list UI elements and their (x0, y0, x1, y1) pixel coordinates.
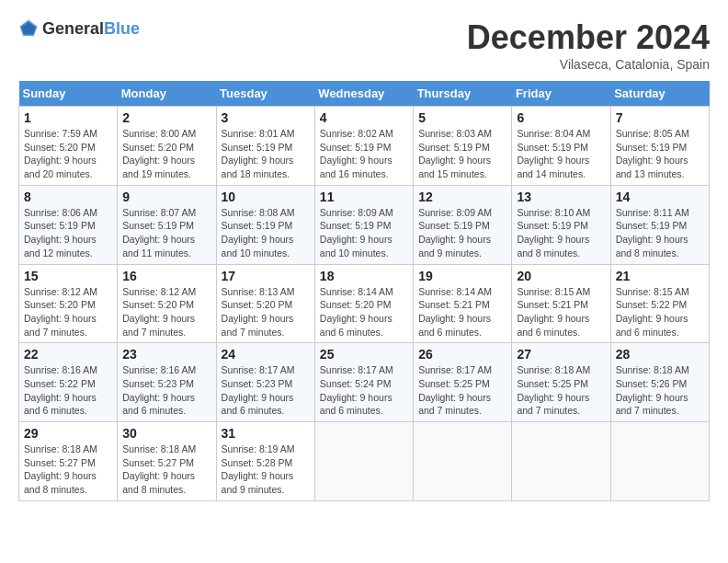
day-cell: 5 Sunrise: 8:03 AM Sunset: 5:19 PM Dayli… (414, 107, 512, 186)
day-info: Sunrise: 8:13 AM Sunset: 5:20 PM Dayligh… (222, 285, 310, 339)
day-cell: 6 Sunrise: 8:04 AM Sunset: 5:19 PM Dayli… (512, 107, 610, 186)
day-cell: 29 Sunrise: 8:18 AM Sunset: 5:27 PM Dayl… (19, 422, 118, 501)
day-cell: 15 Sunrise: 8:12 AM Sunset: 5:20 PM Dayl… (19, 264, 118, 343)
day-info: Sunrise: 7:59 AM Sunset: 5:20 PM Dayligh… (24, 127, 112, 181)
day-cell: 21 Sunrise: 8:15 AM Sunset: 5:22 PM Dayl… (610, 264, 709, 343)
day-info: Sunrise: 8:09 AM Sunset: 5:19 PM Dayligh… (418, 206, 506, 260)
day-cell: 27 Sunrise: 8:18 AM Sunset: 5:25 PM Dayl… (512, 343, 610, 422)
day-cell: 14 Sunrise: 8:11 AM Sunset: 5:19 PM Dayl… (610, 185, 709, 264)
week-row-2: 8 Sunrise: 8:06 AM Sunset: 5:19 PM Dayli… (19, 185, 710, 264)
day-number: 10 (222, 190, 310, 204)
day-info: Sunrise: 8:17 AM Sunset: 5:23 PM Dayligh… (222, 363, 310, 418)
day-cell: 9 Sunrise: 8:07 AM Sunset: 5:19 PM Dayli… (118, 185, 216, 264)
day-number: 25 (320, 347, 408, 362)
day-info: Sunrise: 8:06 AM Sunset: 5:19 PM Dayligh… (24, 206, 112, 260)
day-number: 4 (320, 110, 408, 125)
day-number: 17 (222, 269, 310, 283)
day-number: 20 (517, 269, 605, 283)
day-number: 27 (517, 347, 605, 362)
day-number: 6 (517, 110, 605, 125)
day-number: 1 (24, 110, 112, 125)
week-row-1: 1 Sunrise: 7:59 AM Sunset: 5:20 PM Dayli… (19, 107, 710, 186)
logo-blue: Blue (104, 19, 140, 38)
week-row-4: 22 Sunrise: 8:16 AM Sunset: 5:22 PM Dayl… (19, 343, 710, 422)
day-cell: 7 Sunrise: 8:05 AM Sunset: 5:19 PM Dayli… (610, 107, 709, 186)
day-info: Sunrise: 8:03 AM Sunset: 5:19 PM Dayligh… (418, 127, 506, 181)
day-number: 7 (616, 110, 704, 125)
day-info: Sunrise: 8:04 AM Sunset: 5:19 PM Dayligh… (517, 127, 605, 181)
day-number: 18 (320, 269, 408, 283)
day-info: Sunrise: 8:14 AM Sunset: 5:20 PM Dayligh… (320, 285, 408, 339)
day-info: Sunrise: 8:12 AM Sunset: 5:20 PM Dayligh… (24, 285, 112, 339)
day-cell: 28 Sunrise: 8:18 AM Sunset: 5:26 PM Dayl… (610, 343, 709, 422)
day-cell: 8 Sunrise: 8:06 AM Sunset: 5:19 PM Dayli… (19, 185, 118, 264)
day-cell: 16 Sunrise: 8:12 AM Sunset: 5:20 PM Dayl… (118, 264, 216, 343)
day-cell: 1 Sunrise: 7:59 AM Sunset: 5:20 PM Dayli… (19, 107, 118, 186)
header: GeneralBlue December 2024 Vilaseca, Cata… (18, 18, 710, 72)
day-number: 24 (222, 347, 310, 362)
week-row-5: 29 Sunrise: 8:18 AM Sunset: 5:27 PM Dayl… (19, 422, 710, 501)
day-number: 3 (222, 110, 310, 125)
day-number: 14 (616, 190, 704, 204)
day-info: Sunrise: 8:08 AM Sunset: 5:19 PM Dayligh… (222, 206, 310, 260)
day-info: Sunrise: 8:16 AM Sunset: 5:23 PM Dayligh… (122, 363, 210, 418)
day-info: Sunrise: 8:05 AM Sunset: 5:19 PM Dayligh… (616, 127, 704, 181)
day-cell: 25 Sunrise: 8:17 AM Sunset: 5:24 PM Dayl… (314, 343, 413, 422)
weekday-header-row: SundayMondayTuesdayWednesdayThursdayFrid… (19, 81, 710, 107)
weekday-header-monday: Monday (118, 81, 216, 107)
day-cell (414, 422, 512, 501)
day-number: 30 (122, 426, 210, 441)
day-info: Sunrise: 8:01 AM Sunset: 5:19 PM Dayligh… (222, 127, 310, 181)
day-info: Sunrise: 8:11 AM Sunset: 5:19 PM Dayligh… (616, 206, 704, 260)
day-cell (314, 422, 413, 501)
svg-marker-1 (21, 22, 36, 35)
day-number: 12 (418, 190, 506, 204)
calendar: SundayMondayTuesdayWednesdayThursdayFrid… (18, 81, 710, 501)
day-cell: 11 Sunrise: 8:09 AM Sunset: 5:19 PM Dayl… (314, 185, 413, 264)
weekday-header-friday: Friday (512, 81, 610, 107)
day-number: 9 (122, 190, 210, 204)
day-cell: 23 Sunrise: 8:16 AM Sunset: 5:23 PM Dayl… (118, 343, 216, 422)
day-cell: 26 Sunrise: 8:17 AM Sunset: 5:25 PM Dayl… (414, 343, 512, 422)
week-row-3: 15 Sunrise: 8:12 AM Sunset: 5:20 PM Dayl… (19, 264, 710, 343)
day-info: Sunrise: 8:18 AM Sunset: 5:25 PM Dayligh… (517, 363, 605, 418)
day-cell: 30 Sunrise: 8:18 AM Sunset: 5:27 PM Dayl… (118, 422, 216, 501)
day-number: 29 (24, 426, 112, 441)
day-info: Sunrise: 8:14 AM Sunset: 5:21 PM Dayligh… (418, 285, 506, 339)
day-info: Sunrise: 8:16 AM Sunset: 5:22 PM Dayligh… (24, 363, 112, 418)
day-number: 16 (122, 269, 210, 283)
day-cell: 17 Sunrise: 8:13 AM Sunset: 5:20 PM Dayl… (216, 264, 314, 343)
weekday-header-saturday: Saturday (610, 81, 709, 107)
weekday-header-sunday: Sunday (19, 81, 118, 107)
day-cell: 18 Sunrise: 8:14 AM Sunset: 5:20 PM Dayl… (314, 264, 413, 343)
day-number: 11 (320, 190, 408, 204)
day-info: Sunrise: 8:15 AM Sunset: 5:21 PM Dayligh… (517, 285, 605, 339)
day-cell: 13 Sunrise: 8:10 AM Sunset: 5:19 PM Dayl… (512, 185, 610, 264)
day-info: Sunrise: 8:18 AM Sunset: 5:26 PM Dayligh… (616, 363, 704, 418)
day-info: Sunrise: 8:18 AM Sunset: 5:27 PM Dayligh… (24, 442, 112, 497)
day-info: Sunrise: 8:19 AM Sunset: 5:28 PM Dayligh… (222, 442, 310, 497)
day-number: 28 (616, 347, 704, 362)
day-info: Sunrise: 8:10 AM Sunset: 5:19 PM Dayligh… (517, 206, 605, 260)
day-info: Sunrise: 8:12 AM Sunset: 5:20 PM Dayligh… (122, 285, 210, 339)
day-info: Sunrise: 8:15 AM Sunset: 5:22 PM Dayligh… (616, 285, 704, 339)
day-cell: 31 Sunrise: 8:19 AM Sunset: 5:28 PM Dayl… (216, 422, 314, 501)
day-cell (512, 422, 610, 501)
day-cell: 20 Sunrise: 8:15 AM Sunset: 5:21 PM Dayl… (512, 264, 610, 343)
day-number: 2 (122, 110, 210, 125)
day-number: 21 (616, 269, 704, 283)
day-info: Sunrise: 8:02 AM Sunset: 5:19 PM Dayligh… (320, 127, 408, 181)
day-cell: 19 Sunrise: 8:14 AM Sunset: 5:21 PM Dayl… (414, 264, 512, 343)
day-cell: 3 Sunrise: 8:01 AM Sunset: 5:19 PM Dayli… (216, 107, 314, 186)
day-cell (610, 422, 709, 501)
day-cell: 12 Sunrise: 8:09 AM Sunset: 5:19 PM Dayl… (414, 185, 512, 264)
weekday-header-thursday: Thursday (414, 81, 512, 107)
logo-text: GeneralBlue (42, 19, 140, 39)
day-cell: 22 Sunrise: 8:16 AM Sunset: 5:22 PM Dayl… (19, 343, 118, 422)
logo-icon (18, 18, 39, 39)
logo: GeneralBlue (18, 18, 140, 39)
day-cell: 4 Sunrise: 8:02 AM Sunset: 5:19 PM Dayli… (314, 107, 413, 186)
day-number: 26 (418, 347, 506, 362)
day-info: Sunrise: 8:17 AM Sunset: 5:24 PM Dayligh… (320, 363, 408, 418)
day-number: 23 (122, 347, 210, 362)
